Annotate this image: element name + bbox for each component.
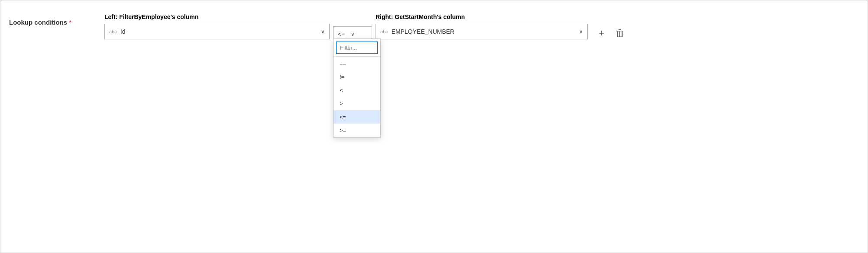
trash-icon <box>616 29 624 38</box>
operator-option-eq[interactable]: == <box>334 57 380 70</box>
lookup-conditions-label: Lookup conditions <box>9 19 67 26</box>
lookup-conditions-panel: Lookup conditions * Left: FilterByEmploy… <box>0 0 868 253</box>
svg-rect-3 <box>619 32 620 37</box>
label-section: Lookup conditions * <box>9 19 104 26</box>
left-section: Left: FilterByEmployee's column abc Id ∨ <box>104 13 330 39</box>
columns-row: Left: FilterByEmployee's column abc Id ∨… <box>104 13 859 42</box>
right-type-badge: abc <box>380 29 388 34</box>
right-column-value: EMPLOYEE_NUMBER <box>392 28 576 35</box>
delete-condition-button[interactable] <box>613 26 627 40</box>
left-column-value: Id <box>120 28 317 35</box>
operator-option-lt[interactable]: < <box>334 83 380 97</box>
svg-rect-5 <box>617 37 623 38</box>
main-content: Left: FilterByEmployee's column abc Id ∨… <box>104 13 859 42</box>
right-column-dropdown[interactable]: abc EMPLOYEE_NUMBER ∨ <box>376 24 588 39</box>
operator-section: <= ∨ == != < <box>333 13 372 42</box>
svg-rect-1 <box>619 29 621 30</box>
operator-option-gte[interactable]: >= <box>334 124 380 137</box>
svg-rect-0 <box>616 31 623 32</box>
right-section: Right: GetStartMonth's column abc EMPLOY… <box>376 13 588 39</box>
right-column-header: Right: GetStartMonth's column <box>376 13 588 20</box>
actions-section: + <box>595 26 627 40</box>
add-condition-button[interactable]: + <box>595 26 609 40</box>
left-column-header: Left: FilterByEmployee's column <box>104 13 330 20</box>
operator-popup: == != < > <= >= <box>333 38 381 138</box>
required-indicator: * <box>69 19 71 26</box>
left-column-chevron-icon: ∨ <box>321 29 325 35</box>
operator-option-lte[interactable]: <= <box>334 110 380 124</box>
operator-filter-input[interactable] <box>336 42 378 54</box>
svg-rect-2 <box>617 32 618 37</box>
filter-input-wrapper <box>334 39 380 57</box>
left-type-badge: abc <box>109 29 117 34</box>
right-column-chevron-icon: ∨ <box>579 29 583 35</box>
svg-rect-4 <box>622 32 623 37</box>
operator-header-spacer <box>333 13 372 23</box>
left-column-dropdown[interactable]: abc Id ∨ <box>104 24 330 39</box>
operator-value: <= <box>338 31 345 38</box>
operator-option-neq[interactable]: != <box>334 70 380 83</box>
operator-option-gt[interactable]: > <box>334 97 380 110</box>
operator-chevron-icon: ∨ <box>351 31 355 37</box>
